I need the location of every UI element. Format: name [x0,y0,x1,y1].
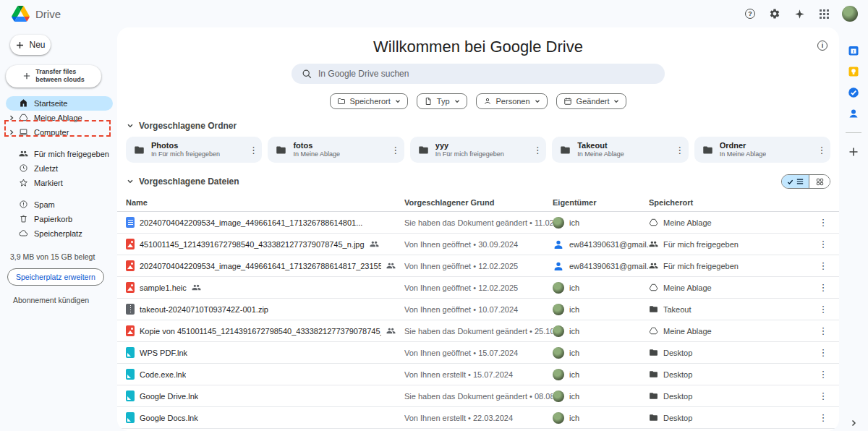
show-side-panel-chevron-icon[interactable] [849,419,858,427]
keep-app-icon[interactable] [848,66,859,77]
collapse-chevron-icon [127,122,134,129]
file-row[interactable]: WPS PDF.lnk Von Ihnen geöffnet • 15.07.2… [117,342,839,364]
gemini-sparkle-icon[interactable] [793,7,806,20]
owner-cell: ich [553,325,649,337]
tasks-app-icon[interactable] [848,87,859,98]
sidebar-item-meine-ablage[interactable]: Meine Ablage [6,111,113,125]
owner-cell: ich [553,217,649,229]
folder-menu-button[interactable]: ⋮ [673,145,687,155]
search-bar[interactable] [292,64,665,84]
row-menu-button[interactable]: ⋮ [816,347,830,358]
file-name: 451001145_1214391672798540_4333821277379… [140,240,365,249]
file-row[interactable]: Kopie von 451001145_1214391672798540_433… [117,320,839,342]
location-name: Desktop [663,414,692,422]
file-row[interactable]: Google Drive.lnk Sie haben das Dokument … [117,385,839,407]
folder-menu-button[interactable]: ⋮ [246,145,260,155]
drive-brand[interactable]: Drive [12,6,61,22]
upgrade-storage-button[interactable]: Speicherplatz erweitern [7,268,104,286]
shared-indicator-icon [386,261,396,270]
owner-name: ew841390631@gmail.com [569,262,649,270]
file-name-cell: 20240704042209534_image_449661641_171326… [126,217,404,228]
top-bar: Drive ? [0,0,868,27]
cancel-subscription-link[interactable]: Abonnement kündigen [6,296,113,304]
folder-menu-button[interactable]: ⋮ [388,145,403,155]
sidebar-item-startseite[interactable]: Startseite [6,96,113,111]
location-icon [649,326,658,336]
get-addons-plus-icon[interactable] [848,146,859,158]
info-icon[interactable]: i [817,40,827,51]
file-row[interactable]: 20240704042209534_image_449661641_171326… [117,212,839,234]
location-icon [649,348,658,357]
expand-caret-icon[interactable] [9,129,14,135]
new-button[interactable]: Neu [10,35,51,55]
file-row[interactable]: Google Docs.lnk Von Ihnen erstellt • 22.… [117,407,839,429]
row-menu-button[interactable]: ⋮ [816,369,830,380]
sidebar-nav: Startseite Meine Ablage Computer Für mic… [6,96,113,241]
file-row[interactable]: sample1.heic Von Ihnen geöffnet • 12.02.… [117,277,839,299]
suggestion-reason: Von Ihnen geöffnet • 10.07.2024 [404,305,553,314]
filter-chip-geaendert[interactable]: Geändert [556,93,627,109]
collapse-chevron-icon [127,178,134,185]
location-icon [649,391,658,401]
file-name-cell: Code.exe.lnk [126,369,404,380]
left-sidebar: Neu Transfer files between clouds Starts… [0,27,117,431]
filter-chip-personen[interactable]: Personen [476,93,548,109]
folder-card[interactable]: Photos In Für mich freigegeben ⋮ [126,137,262,163]
owner-cell: ich [553,391,649,402]
owner-avatar [553,304,564,315]
filter-chip-typ[interactable]: Typ [417,93,467,109]
row-menu-button[interactable]: ⋮ [816,325,830,336]
folder-card[interactable]: fotos In Meine Ablage ⋮ [268,137,404,163]
row-menu-button[interactable]: ⋮ [816,412,830,423]
row-menu-button[interactable]: ⋮ [816,304,830,315]
file-name: sample1.heic [140,283,187,292]
search-input[interactable] [318,69,655,79]
file-row[interactable]: 20240704042209534_image_449661641_171326… [117,255,839,277]
file-name-cell: Kopie von 451001145_1214391672798540_433… [126,325,404,336]
row-menu-button[interactable]: ⋮ [816,260,830,271]
transfer-files-button[interactable]: Transfer files between clouds [6,65,101,88]
owner-name: ich [569,349,579,357]
owner-name: ich [569,218,579,227]
sidebar-item-fuer-mich-freigegeben[interactable]: Für mich freigegeben [6,147,113,161]
settings-gear-icon[interactable] [768,7,781,20]
file-row[interactable]: 451001145_1214391672798540_4333821277379… [117,234,839,255]
help-icon[interactable]: ? [744,7,757,20]
folder-card[interactable]: Takeout In Meine Ablage ⋮ [552,137,688,163]
location-name: Für mich freigegeben [663,240,739,249]
file-type-icon [126,282,135,293]
file-type-icon [126,217,135,228]
location-name: Desktop [663,370,692,379]
sidebar-item-spam[interactable]: Spam [6,197,113,212]
row-menu-button[interactable]: ⋮ [816,391,830,401]
sidebar-item-zuletzt[interactable]: Zuletzt [6,161,113,176]
calendar-app-icon[interactable] [848,45,859,56]
file-row[interactable]: takeout-20240710T093742Z-001.zip Von Ihn… [117,299,839,320]
account-avatar[interactable] [842,6,858,22]
sidebar-item-papierkorb[interactable]: Papierkorb [6,212,113,226]
filter-chip-speicherort[interactable]: Speicherort [330,93,408,109]
row-menu-button[interactable]: ⋮ [816,282,830,293]
sidebar-item-computer[interactable]: Computer [6,125,113,140]
folder-menu-button[interactable]: ⋮ [530,145,545,155]
list-view-button[interactable] [782,175,809,188]
folder-card[interactable]: Ordner In Meine Ablage ⋮ [694,137,830,163]
suggested-folders-header[interactable]: Vorgeschlagene Ordner [127,121,839,131]
my-drive-icon [19,113,28,122]
folder-menu-button[interactable]: ⋮ [814,145,829,155]
row-menu-button[interactable]: ⋮ [816,217,830,228]
shared-indicator-icon [386,326,396,336]
location-cell: Desktop [649,370,807,379]
file-row[interactable]: Code.exe.lnk Von Ihnen erstellt • 15.07.… [117,364,839,385]
contacts-app-icon[interactable] [848,108,859,119]
folder-card[interactable]: yyy In Für mich freigegeben ⋮ [410,137,546,163]
row-menu-button[interactable]: ⋮ [816,239,830,249]
sidebar-item-speicherplatz[interactable]: Speicherplatz [6,226,113,241]
google-apps-icon[interactable] [817,7,830,20]
sidebar-item-markiert[interactable]: Markiert [6,176,113,190]
files-table-header: Name Vorgeschlagener Grund Eigentümer Sp… [117,193,839,212]
expand-caret-icon[interactable] [9,115,14,121]
grid-view-button[interactable] [809,175,830,188]
suggested-files-header[interactable]: Vorgeschlagene Dateien [127,176,239,187]
location-cell: Takeout [649,304,807,314]
